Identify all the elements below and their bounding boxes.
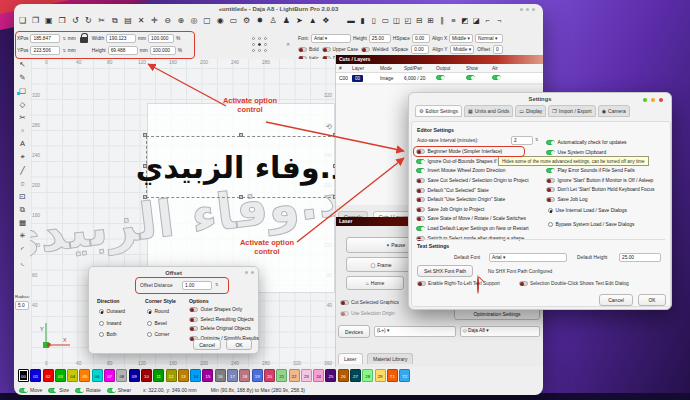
- internal-dialogs-radio[interactable]: Use Internal Load / Save Dialogs: [548, 205, 627, 217]
- offset-cancel-button[interactable]: Cancel: [193, 339, 221, 350]
- text-offset-field[interactable]: 0: [493, 45, 503, 54]
- layer-mode[interactable]: Image: [380, 76, 404, 81]
- offset-option-toggle[interactable]: Outer Shapes Only: [189, 305, 259, 315]
- frame-button[interactable]: ▢ Frame: [346, 257, 416, 272]
- align-center-h-icon[interactable]: ◫: [393, 16, 401, 25]
- selection-handle[interactable]: [143, 133, 147, 137]
- cut-selected-toggle[interactable]: Cut Selected Graphics: [340, 300, 399, 305]
- layer-row[interactable]: C00 00 Image 6,000 / 20: [336, 73, 543, 83]
- round-corner-tool-icon[interactable]: ◜: [21, 246, 24, 254]
- pan-view-icon[interactable]: ✛: [150, 16, 159, 26]
- palette-swatch[interactable]: 19: [252, 369, 263, 382]
- palette-swatch[interactable]: 06: [92, 369, 103, 382]
- palette-swatch[interactable]: 13: [178, 369, 189, 382]
- palette-swatch[interactable]: 12: [166, 369, 177, 382]
- direction-option[interactable]: Inward: [99, 318, 125, 330]
- palette-swatch[interactable]: 10: [141, 369, 152, 382]
- settings-toggle[interactable]: Default "Cut Selected" State: [416, 185, 529, 195]
- home-button[interactable]: ⌂ Home: [346, 276, 404, 290]
- radius-field[interactable]: 5.0: [15, 301, 29, 310]
- hspace-field[interactable]: 0.00: [412, 34, 430, 43]
- palette-swatch[interactable]: 20: [264, 369, 275, 382]
- layer-color-chip[interactable]: 00: [352, 75, 363, 82]
- direction-option[interactable]: Both: [99, 329, 125, 341]
- settings-cancel-button[interactable]: Cancel: [599, 294, 633, 306]
- origin-selector-grid[interactable]: [252, 37, 269, 54]
- default-font-select[interactable]: Arial ▾: [489, 253, 567, 262]
- settings-tab[interactable]: ▦Units and Grids: [464, 105, 513, 117]
- vspace-field[interactable]: 0.00: [411, 45, 429, 54]
- line-tool-icon[interactable]: ╱: [20, 167, 25, 175]
- tab-laser[interactable]: Laser: [338, 353, 363, 364]
- laser-tools-icon[interactable]: ✸: [255, 16, 264, 26]
- text-tool-icon[interactable]: A: [20, 140, 25, 148]
- array-tool-icon[interactable]: ▦: [19, 219, 26, 227]
- devices-button[interactable]: Devices: [338, 325, 370, 338]
- palette-swatch[interactable]: 26: [338, 369, 349, 382]
- ellipse-tool-icon[interactable]: ○: [20, 180, 25, 188]
- palette-swatch[interactable]: 24: [313, 369, 324, 382]
- palette-swatch[interactable]: 16: [215, 369, 226, 382]
- selection-handle[interactable]: [239, 133, 243, 137]
- palette-swatch[interactable]: 02: [43, 369, 54, 382]
- save-file-icon[interactable]: ▣: [44, 16, 53, 26]
- palette-swatch[interactable]: 05: [79, 369, 90, 382]
- offset-distance-field[interactable]: 1.00: [182, 281, 212, 290]
- align-center-v-icon[interactable]: ◰: [404, 16, 412, 25]
- preview-icon[interactable]: ▭: [229, 16, 238, 26]
- settings-gear-icon[interactable]: ⚙: [242, 16, 251, 26]
- palette-swatch[interactable]: 14: [190, 369, 201, 382]
- corner-option[interactable]: Round: [147, 306, 169, 318]
- zoom-out-icon[interactable]: ⊖: [163, 16, 172, 26]
- zoom-frame-icon[interactable]: ◎: [189, 16, 198, 26]
- text-mode-select[interactable]: Normal ▾: [475, 34, 503, 43]
- settings-tab[interactable]: ▭Display: [515, 105, 546, 117]
- copy-icon[interactable]: ⧉: [110, 16, 119, 26]
- offset-option-toggle[interactable]: Select Resulting Objects: [189, 315, 259, 325]
- use-selection-origin-toggle[interactable]: Use Selection Origin: [340, 311, 395, 316]
- align-top-icon[interactable]: ▭: [381, 16, 389, 25]
- align-right-icon[interactable]: ▯: [370, 16, 378, 25]
- palette-swatch[interactable]: 09: [129, 369, 140, 382]
- settings-tab[interactable]: ⚙Editor Settings: [415, 105, 462, 117]
- palette-swatch[interactable]: 11: [153, 369, 164, 382]
- settings-ok-button[interactable]: OK: [638, 294, 666, 306]
- aligny-select[interactable]: Middle ▾: [450, 45, 474, 54]
- corner-option[interactable]: Bevel: [147, 318, 169, 330]
- import-file-icon[interactable]: ❒: [58, 16, 67, 26]
- rectangle-tool-icon[interactable]: ▢: [19, 87, 26, 95]
- space-v-icon[interactable]: ≡: [450, 16, 458, 25]
- offset-option-toggle[interactable]: Delete Original Objects: [189, 324, 259, 334]
- selection-handle[interactable]: [143, 164, 147, 168]
- set-shx-path-button[interactable]: Set SHX Font Path: [417, 265, 473, 277]
- settings-toggle[interactable]: Save Job Log: [546, 195, 654, 205]
- palette-swatch[interactable]: 08: [116, 369, 127, 382]
- palette-swatch[interactable]: 07: [104, 369, 115, 382]
- palette-swatch[interactable]: T1: [387, 369, 398, 382]
- distribute-v-icon[interactable]: ⊞: [427, 16, 435, 25]
- arrange-a-icon[interactable]: ⌐: [484, 16, 492, 25]
- status-toggle[interactable]: Move: [19, 387, 42, 393]
- frame-selection-icon[interactable]: ▢: [203, 16, 212, 26]
- settings-toggle[interactable]: Default "Use Selection Origin" State: [416, 195, 529, 205]
- palette-swatch[interactable]: 03: [55, 369, 66, 382]
- send-file-icon[interactable]: ➤: [295, 16, 304, 26]
- palette-swatch[interactable]: 21: [276, 369, 287, 382]
- cut-icon[interactable]: ✂: [97, 16, 106, 26]
- air-toggle[interactable]: [492, 75, 501, 80]
- selection-handle[interactable]: [143, 195, 147, 199]
- alignx-select[interactable]: Middle ▾: [449, 34, 473, 43]
- move-laser-icon[interactable]: ♙: [269, 16, 278, 26]
- bold-toggle[interactable]: Bold: [298, 47, 319, 52]
- arrange-b-icon[interactable]: ¬: [495, 16, 503, 25]
- settings-toggle[interactable]: Save Job Origin to Project: [416, 205, 529, 215]
- align-bottom-icon[interactable]: ▬: [347, 16, 355, 25]
- settings-tab[interactable]: ❐Import / Export: [548, 105, 595, 117]
- doubleclick-edit-toggle[interactable]: Selection Double-Click Shows Text Edit D…: [519, 281, 629, 286]
- bypass-dialogs-radio[interactable]: Bypass System Load / Save Dialogs: [548, 219, 634, 231]
- palette-swatch[interactable]: 29: [375, 369, 386, 382]
- palette-swatch[interactable]: 23: [301, 369, 312, 382]
- dock-right-icon[interactable]: ◪: [472, 16, 480, 25]
- settings-toggle[interactable]: Save State of Move / Rotate / Scale Swit…: [416, 214, 529, 224]
- settings-toggle[interactable]: Don't Let 'Start' Button Hold Keyboard F…: [546, 185, 654, 195]
